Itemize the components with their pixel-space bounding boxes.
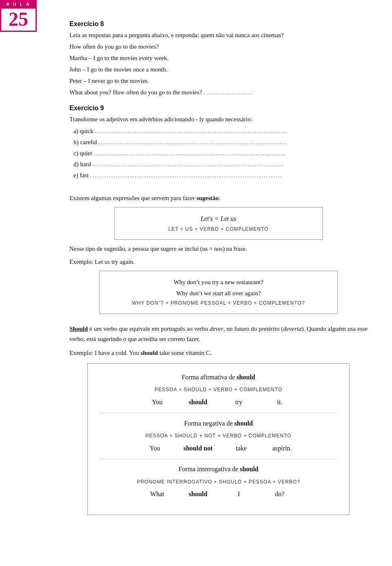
interrogative-title: Forma interrogativa de should xyxy=(100,463,337,475)
negative-row: You should not take aspirin. xyxy=(100,442,337,455)
affirmative-title: Forma afirmativa de should xyxy=(100,371,337,383)
exercicio9-item-b: b) careful .............................… xyxy=(74,137,368,148)
neg-word4: aspirin. xyxy=(270,442,294,455)
exercicio9-title: Exercício 9 xyxy=(69,105,368,112)
interrogative-should: should xyxy=(240,466,258,472)
lets-formula-text: Let's = Let us xyxy=(123,213,314,225)
int-word4: do? xyxy=(267,488,292,500)
affirmative-row: You should try it. xyxy=(100,396,337,408)
exercicio8-followup: What about you? How often do you go to t… xyxy=(69,87,368,97)
aula-badge: A U L A 25 xyxy=(0,0,37,32)
aula-number: 25 xyxy=(0,7,37,32)
deveria-word: deveria xyxy=(283,325,301,332)
affirmative-formula: PESSOA + SHOULD + VERBO + COMPLEMENTO xyxy=(100,385,337,394)
why-box: Why don’t you try a new restaurant? Why … xyxy=(99,271,338,314)
separator1 xyxy=(100,413,337,413)
suggestion-intro: Existem algumas expressões que servem pa… xyxy=(69,193,368,203)
neg-word3: take xyxy=(229,442,254,455)
exercicio8-title: Exercício 8 xyxy=(69,20,368,28)
negative-title: Forma negativa de should xyxy=(100,417,337,430)
interrogative-formula: PRONOME INTERROGATIVO + SHOULD + PESSOA … xyxy=(100,477,337,487)
exercicio9-item-d: d) hard ................................… xyxy=(74,159,368,170)
exercicio8-followup-text: What about you? How often do you go to t… xyxy=(69,89,202,96)
int-word1: What xyxy=(145,488,169,500)
suggestion-bold: sugestão xyxy=(196,195,218,201)
why-formula: WHY DONʼT + PRONOME PESSOAL + VERBO + CO… xyxy=(108,299,329,308)
exercicio9-item-a: a) quick ...............................… xyxy=(74,126,368,137)
should-example: Exemplo: I have a cold. You should take … xyxy=(69,348,368,358)
should-word: Should xyxy=(69,325,88,332)
aula-label: A U L A xyxy=(0,0,37,7)
affirmative-should: should xyxy=(237,374,255,381)
lets-formula-small: LET + US + VERBO + COMPLEMENTO xyxy=(123,225,314,234)
suggestion-note2: Exemplo: Let us try again. xyxy=(69,257,368,267)
aff-word4: it. xyxy=(267,396,292,408)
why-line2: Why don’t we start all over again? xyxy=(108,288,329,299)
exercicio8-answer3: Peter – I never go to the movies. xyxy=(69,76,368,86)
exercicio8-answer2: John – I go to the movies once a month. xyxy=(69,65,368,74)
why-line1: Why don’t you try a new restaurant? xyxy=(108,277,329,288)
exercicio9-item-e: e) fast ................................… xyxy=(74,170,368,181)
int-word3: I xyxy=(227,488,251,500)
should-example-bold: should xyxy=(140,350,158,356)
negative-should: should xyxy=(234,420,253,427)
exercicio9-instruction: Transforme os adjetivos em advérbios adi… xyxy=(69,114,368,124)
exercicio9-item-c: c) quiet ...............................… xyxy=(74,148,368,159)
lets-formula-box: Let's = Let us LET + US + VERBO + COMPLE… xyxy=(114,207,323,240)
negative-formula: PESSOA + SHOULD + NOT + VERBO + COMPLEME… xyxy=(100,431,337,441)
exercicio8-answer1: Martha – I go to the movies every week. xyxy=(69,53,368,63)
main-content: Exercício 8 Leia as respostas para a per… xyxy=(69,20,368,515)
suggestion-note1: Nesse tipo de sugestão, a pessoa que sug… xyxy=(69,244,368,254)
page: A U L A 25 Exercício 8 Leia as respostas… xyxy=(0,0,392,566)
neg-word2: should not xyxy=(183,442,213,455)
interrogative-row: What should I do? xyxy=(100,488,337,500)
exercicio8-question: How often do you go to the movies? xyxy=(69,42,368,51)
should-paragraph: Should é um verbo que equivale em portug… xyxy=(69,324,368,345)
aff-word3: try xyxy=(227,396,251,408)
should-box: Forma afirmativa de should PESSOA + SHOU… xyxy=(87,363,350,515)
aff-word1: You xyxy=(145,396,169,408)
separator2 xyxy=(100,459,337,459)
neg-word1: You xyxy=(143,442,167,455)
aff-word2: should xyxy=(186,396,210,408)
exercicio8-dots: ..................... xyxy=(204,89,253,96)
dever-word: dever xyxy=(210,325,223,332)
int-word2: should xyxy=(186,488,210,500)
exercicio8-instruction: Leia as respostas para a pergunta abaixo… xyxy=(69,30,368,40)
